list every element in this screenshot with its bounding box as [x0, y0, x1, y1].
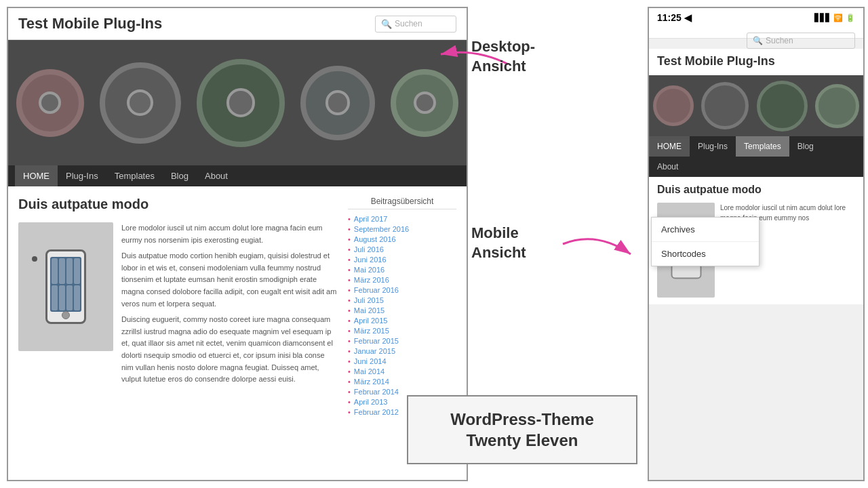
phone-illustration	[45, 249, 86, 324]
signal-bars-icon: ▋▋▋	[814, 14, 831, 22]
mobile-hero-image	[649, 75, 863, 136]
mobile-nav-plugins[interactable]: Plug-Ins	[690, 136, 736, 157]
sidebar-link-12[interactable]: März 2015	[348, 327, 456, 335]
wheel-3	[197, 59, 285, 147]
mobile-nav-row2: About	[649, 157, 863, 177]
desktop-main-content: Duis autpatue modo	[18, 197, 338, 418]
wheel-2	[100, 62, 181, 144]
mobile-arrow	[556, 224, 637, 264]
desktop-post-image	[18, 222, 113, 351]
mobile-time: 11:25 ◀	[657, 12, 692, 23]
app-icon-6	[59, 285, 65, 311]
search-icon: 🔍	[381, 19, 392, 29]
desktop-header: Test Mobile Plug-Ins 🔍 Suchen	[8, 8, 467, 40]
post-paragraph-2: Duis autpatue modo cortion henibh eugiam…	[121, 250, 338, 310]
app-icon-4	[74, 258, 80, 284]
desktop-search-box[interactable]: 🔍 Suchen	[375, 16, 456, 33]
dropdown-item-archives[interactable]: Archives	[652, 218, 759, 242]
mobile-status-icons: ▋▋▋ 🛜 🔋	[814, 14, 855, 22]
wifi-icon: 🛜	[833, 14, 843, 22]
sidebar-link-3[interactable]: August 2016	[348, 235, 456, 243]
desktop-nav-about[interactable]: About	[197, 165, 236, 186]
desktop-site-title: Test Mobile Plug-Ins	[18, 15, 162, 33]
sidebar-link-9[interactable]: Juli 2015	[348, 296, 456, 304]
mobile-label: Mobile Ansicht	[471, 224, 526, 262]
app-icon-7	[66, 285, 73, 311]
post-paragraph-3: Duiscing euguerit, commy nosto coreet iu…	[121, 314, 338, 386]
post-image-dot	[32, 256, 37, 262]
wheel-4	[300, 66, 375, 140]
sidebar-link-6[interactable]: Mai 2016	[348, 266, 456, 274]
mobile-title-area: Test Mobile Plug-Ins	[649, 49, 863, 75]
wp-theme-label: WordPress-Theme Twenty Eleven	[407, 395, 637, 464]
desktop-sidebar: Beitragsübersicht April 2017 September 2…	[348, 197, 456, 418]
mobile-nav: HOME Plug-Ins Templates Blog	[649, 136, 863, 157]
desktop-nav-templates[interactable]: Templates	[106, 165, 163, 186]
desktop-post-text: Lore modolor iuscil ut nim accum dolut l…	[121, 222, 338, 390]
desktop-post-body: Lore modolor iuscil ut nim accum dolut l…	[18, 222, 338, 390]
sidebar-link-10[interactable]: Mai 2015	[348, 306, 456, 314]
mobile-wheel-1	[653, 85, 694, 126]
desktop-nav-plugins[interactable]: Plug-Ins	[58, 165, 106, 186]
sidebar-link-14[interactable]: Januar 2015	[348, 347, 456, 355]
phone-screen	[50, 257, 81, 312]
phone-home-button	[62, 311, 70, 319]
post-paragraph-1: Lore modolor iuscil ut nim accum dolut l…	[121, 222, 338, 246]
mobile-search-area: 🔍 Suchen	[649, 27, 863, 39]
wp-theme-text: WordPress-Theme Twenty Eleven	[422, 409, 623, 451]
hero-wheels-container	[8, 40, 467, 165]
sidebar-link-13[interactable]: Februar 2015	[348, 337, 456, 345]
sidebar-link-17[interactable]: März 2014	[348, 378, 456, 386]
mobile-site-title: Test Mobile Plug-Ins	[657, 54, 855, 68]
sidebar-link-8[interactable]: Februar 2016	[348, 286, 456, 294]
desktop-content: Duis autpatue modo	[8, 186, 467, 428]
sidebar-link-1[interactable]: April 2017	[348, 215, 456, 223]
mobile-search-box[interactable]: 🔍 Suchen	[747, 33, 855, 49]
sidebar-link-4[interactable]: Juli 2016	[348, 245, 456, 253]
mobile-wheel-3	[757, 81, 808, 131]
desktop-label: Desktop- Ansicht	[471, 37, 535, 76]
battery-icon: 🔋	[846, 14, 855, 22]
desktop-nav: HOME Plug-Ins Templates Blog About	[8, 165, 467, 186]
mobile-nav-about[interactable]: About	[649, 157, 686, 177]
app-icon-8	[74, 285, 80, 311]
mobile-status-bar: 11:25 ◀ ▋▋▋ 🛜 🔋	[649, 8, 863, 27]
wheel-5	[391, 69, 458, 137]
mobile-post-title: Duis autpatue modo	[657, 184, 855, 196]
app-icon-1	[52, 258, 58, 284]
sidebar-link-7[interactable]: März 2016	[348, 276, 456, 284]
mobile-nav-templates[interactable]: Templates	[736, 136, 789, 157]
app-icon-5	[52, 285, 58, 311]
sidebar-link-16[interactable]: Mai 2014	[348, 367, 456, 375]
app-icon-3	[66, 258, 73, 284]
templates-dropdown: Archives Shortcodes	[651, 217, 760, 266]
sidebar-link-2[interactable]: September 2016	[348, 225, 456, 233]
sidebar-link-5[interactable]: Juni 2016	[348, 256, 456, 264]
sidebar-link-15[interactable]: Juni 2014	[348, 357, 456, 365]
mobile-wheel-2	[701, 82, 749, 129]
wheel-1	[16, 69, 84, 137]
desktop-hero-image	[8, 40, 467, 165]
desktop-nav-blog[interactable]: Blog	[163, 165, 197, 186]
sidebar-heading: Beitragsübersicht	[348, 197, 456, 209]
sidebar-link-11[interactable]: April 2015	[348, 317, 456, 325]
desktop-panel: Test Mobile Plug-Ins 🔍 Suchen HOME Plug-…	[7, 7, 468, 481]
mobile-search-placeholder: Suchen	[766, 36, 793, 45]
mobile-wheel-4	[815, 84, 859, 128]
dropdown-item-shortcodes[interactable]: Shortcodes	[652, 242, 759, 266]
desktop-search-placeholder: Suchen	[395, 19, 422, 28]
desktop-nav-home[interactable]: HOME	[15, 165, 58, 186]
desktop-post-title: Duis autpatue modo	[18, 197, 338, 212]
mobile-nav-blog[interactable]: Blog	[789, 136, 822, 157]
app-icon-2	[59, 258, 65, 284]
mobile-search-icon: 🔍	[753, 36, 763, 45]
mobile-nav-home[interactable]: HOME	[649, 136, 690, 157]
